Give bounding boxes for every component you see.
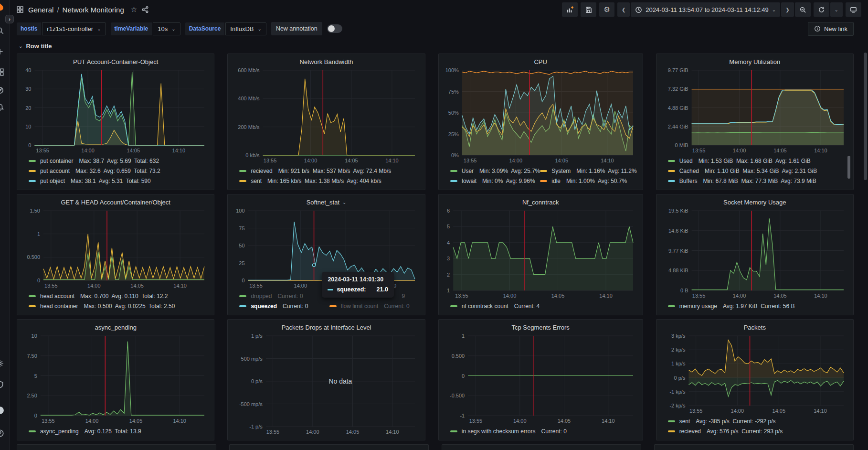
chart-area-memory[interactable]: 9.77 GiB7.32 GiB4.88 GiB2.44 GiB0 MiB13:… — [661, 67, 848, 155]
panel-title-packets[interactable]: Packets — [661, 321, 848, 333]
search-icon[interactable] — [0, 26, 8, 36]
annotation-toggle[interactable] — [327, 24, 342, 33]
legend-scrollbar[interactable] — [847, 156, 850, 179]
chart-area-socket[interactable]: 19.5 KiB14.6 KiB9.77 KiB4.88 KiB0 B13:55… — [661, 208, 848, 300]
legend-swatch — [668, 305, 675, 307]
legend-item[interactable]: head accountMax: 0.700 Avg: 0.110 Total:… — [29, 291, 208, 301]
legend-item[interactable]: async_pendingAvg: 0.125 Total: 13.9 — [29, 426, 208, 436]
time-back-button[interactable]: ❮ — [617, 2, 630, 17]
time-range-picker[interactable]: 2024-03-11 13:54:07 to 2024-03-11 14:12:… — [631, 2, 780, 17]
variable-value-dropdown[interactable]: 10s⌄ — [153, 22, 180, 35]
sidebar-expand-button[interactable]: › — [5, 15, 14, 23]
chart-svg-put[interactable]: 40302010013:5514:0014:0514:10 — [22, 67, 209, 155]
save-dashboard-button[interactable] — [581, 2, 596, 17]
legend-item[interactable]: recievedAvg: 576 p/s Current: 293 p/s — [668, 426, 847, 436]
chart-svg-gethead[interactable]: 1.5010.500013:5514:0014:0514:10 — [22, 208, 209, 290]
legend-item[interactable]: idleMin: 1.00% Avg: 50.7% — [540, 176, 636, 186]
legend-item[interactable]: droppedCurrent: 0 — [239, 291, 329, 301]
variable-value-dropdown[interactable]: InfluxDB⌄ — [225, 22, 266, 35]
left-sidebar[interactable] — [0, 0, 10, 450]
chart-area-packets[interactable]: 3 kp/s2 kp/s1 kp/s0 p/s-1 kp/s-2 kp/s13:… — [661, 333, 848, 415]
panel-title-conntrack[interactable]: Nf_conntrack — [444, 196, 638, 208]
variable-value-dropdown[interactable]: r1z1s1-controller⌄ — [42, 22, 106, 35]
legend-item[interactable]: UserMin: 3.09% Avg: 25.7% — [450, 166, 540, 176]
legend-item[interactable]: squeezedCurrent: 0 — [239, 301, 329, 311]
legend-item[interactable]: SystemMin: 1.16% Avg: 11.2% — [540, 166, 636, 176]
chart-area-bandwidth[interactable]: 600 Mb/s400 Mb/s200 Mb/s0 kb/s13:5514:00… — [233, 67, 420, 165]
panel-title-cpu[interactable]: CPU — [444, 56, 638, 67]
refresh-interval-dropdown[interactable]: ⌄ — [830, 2, 843, 17]
dashboard-settings-button[interactable]: ⚙ — [599, 2, 614, 17]
user-avatar[interactable] — [0, 406, 8, 416]
chart-svg-bandwidth[interactable]: 600 Mb/s400 Mb/s200 Mb/s0 kb/s13:5514:00… — [233, 67, 420, 165]
chart-svg-conntrack[interactable]: 65432113:5514:0014:0514:10 — [444, 208, 638, 300]
apps-grid-icon[interactable] — [16, 5, 24, 14]
panel-title-softnet[interactable]: Softnet_stat⌄ — [233, 196, 420, 208]
svg-text:14:00: 14:00 — [513, 418, 527, 424]
panel-title-put[interactable]: PUT Account-Container-Object — [22, 56, 209, 67]
panel-title-socket[interactable]: Socket Memory Usage — [661, 196, 848, 208]
legend-item[interactable]: sentMin: 165 kb/s Max: 1.38 Mb/s Avg: 40… — [239, 176, 419, 186]
chart-svg-tcperr[interactable]: 10.5000-0.500-113:5514:0014:0514:10 — [444, 333, 638, 425]
breadcrumb[interactable]: General / Network Monitoring — [28, 6, 124, 14]
chart-area-put[interactable]: 40302010013:5514:0014:0514:10 — [22, 67, 209, 155]
panel-menu-chevron-icon[interactable]: ⌄ — [342, 200, 346, 205]
legend-series-name: Buffers — [679, 178, 698, 184]
time-forward-button[interactable]: ❯ — [781, 2, 794, 17]
legend-item[interactable]: put containerMax: 38.7 Avg: 5.69 Total: … — [29, 156, 208, 166]
alerting-icon[interactable] — [0, 103, 8, 113]
panel-title-tcperr[interactable]: Tcp Segments Errors — [444, 321, 638, 333]
help-icon[interactable] — [0, 429, 8, 439]
panel-title-gethead[interactable]: GET & HEAD Account/Container/Object — [22, 196, 209, 208]
configuration-icon[interactable] — [0, 359, 8, 369]
legend-item[interactable]: IowaitMin: 0% Avg: 9.96% — [450, 176, 540, 186]
star-icon[interactable]: ☆ — [131, 5, 137, 14]
create-icon[interactable] — [0, 47, 8, 57]
explore-icon[interactable] — [0, 86, 8, 96]
add-panel-button[interactable] — [562, 2, 578, 17]
chart-area-async[interactable]: 107.5052.50013:5514:0014:0514:10 — [22, 333, 209, 425]
chart-svg-socket[interactable]: 19.5 KiB14.6 KiB9.77 KiB4.88 KiB0 B13:55… — [661, 208, 848, 300]
legend-item[interactable]: head containerMax: 0.500 Avg: 0.0225 Tot… — [29, 301, 208, 311]
legend-item[interactable]: BuffersMin: 67.8 MiB Max: 77.3 MiB Avg: … — [668, 176, 847, 186]
legend-item[interactable]: sentAvg: -385 p/s Current: -292 p/s — [668, 416, 847, 426]
legend-item[interactable]: put objectMax: 38.1 Avg: 5.31 Total: 590 — [29, 176, 208, 186]
legend-item[interactable]: in segs with checksum errorsCurrent: 0 — [450, 426, 637, 436]
chart-svg-cpu[interactable]: 100%75%50%25%0%13:5514:0014:0514:10 — [444, 67, 638, 165]
dashboard-scrollbar[interactable] — [864, 53, 867, 180]
breadcrumb-dashboard[interactable]: Network Monitoring — [63, 6, 124, 14]
panel-title-bandwidth[interactable]: Network Bandwidth — [233, 56, 420, 67]
legend-item[interactable]: CachedMin: 1.10 GiB Max: 5.34 GiB Avg: 2… — [668, 166, 847, 176]
chart-svg-memory[interactable]: 9.77 GiB7.32 GiB4.88 GiB2.44 GiB0 MiB13:… — [661, 67, 848, 155]
new-annotation-button[interactable]: New annotation — [271, 22, 322, 35]
chart-area-tcperr[interactable]: 10.5000-0.500-113:5514:0014:0514:10 — [444, 333, 638, 425]
row-header[interactable]: ⌄ Row title — [19, 40, 854, 52]
legend-item[interactable]: flow limit countCurrent: 0 — [329, 301, 419, 311]
panel-title-memory[interactable]: Memory Utilization — [661, 56, 848, 67]
chart-area-gethead[interactable]: 1.5010.500013:5514:0014:0514:10 — [22, 208, 209, 290]
legend-item[interactable]: put accountMax: 32.6 Avg: 0.659 Total: 7… — [29, 166, 208, 176]
chart-svg-async[interactable]: 107.5052.50013:5514:0014:0514:10 — [22, 333, 209, 425]
legend-series-name: in segs with checksum errors — [462, 428, 536, 435]
server-admin-icon[interactable] — [0, 380, 8, 390]
chart-svg-packets[interactable]: 3 kp/s2 kp/s1 kp/s0 p/s-1 kp/s-2 kp/s13:… — [661, 333, 848, 415]
legend-item[interactable]: nf conntrack countCurrent: 4 — [450, 301, 637, 311]
chart-area-cpu[interactable]: 100%75%50%25%0%13:5514:0014:0514:10 — [444, 67, 638, 165]
chart-area-drops[interactable]: 1 p/s500 mp/s0 p/s-500 mp/s-1 p/s13:5514… — [233, 333, 420, 436]
tv-mode-button[interactable] — [846, 2, 861, 17]
refresh-button[interactable] — [814, 2, 829, 17]
legend-item[interactable]: memory usageAvg: 1.97 KiB Current: 56 B — [668, 301, 847, 311]
panel-title-drops[interactable]: Packets Drops at Interface Level — [233, 321, 420, 333]
grafana-logo-icon[interactable] — [0, 3, 8, 12]
chart-area-conntrack[interactable]: 65432113:5514:0014:0514:10 — [444, 208, 638, 300]
new-link-button[interactable]: New link — [808, 22, 854, 36]
share-icon[interactable] — [141, 5, 149, 14]
dashboards-icon[interactable] — [0, 68, 8, 77]
legend-item[interactable]: UsedMin: 1.53 GiB Max: 1.68 GiB Avg: 1.6… — [668, 156, 847, 166]
zoom-out-button[interactable] — [795, 2, 811, 17]
legend-item[interactable]: recievedMin: 921 b/s Max: 537 Mb/s Avg: … — [239, 166, 419, 176]
panel-title-async[interactable]: async_pending — [22, 321, 209, 333]
breadcrumb-folder[interactable]: General — [28, 6, 53, 14]
svg-text:14:05: 14:05 — [129, 418, 143, 424]
chart-svg-drops[interactable]: 1 p/s500 mp/s0 p/s-500 mp/s-1 p/s13:5514… — [233, 333, 420, 436]
